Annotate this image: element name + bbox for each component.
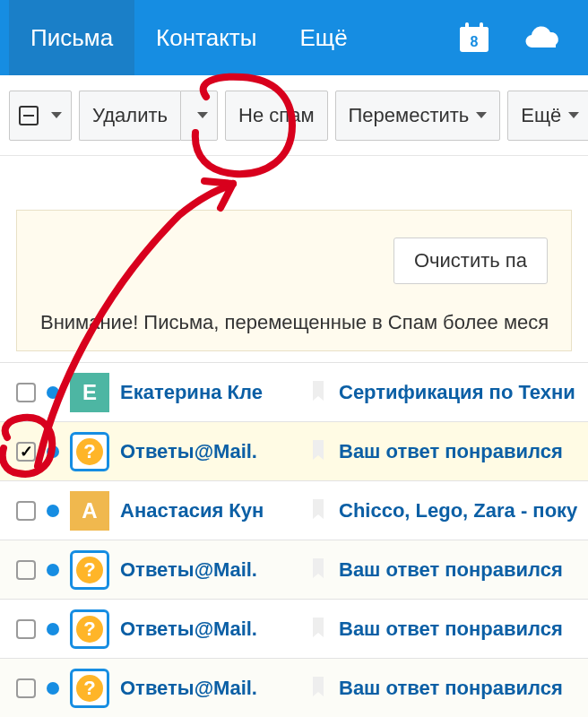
- move-button[interactable]: Переместить: [335, 91, 501, 141]
- row-checkbox[interactable]: [16, 442, 36, 462]
- calendar-day-text: 8: [471, 34, 479, 49]
- chevron-down-icon: [476, 112, 487, 118]
- row-checkbox[interactable]: [16, 678, 36, 698]
- flag-icon: [312, 618, 324, 641]
- message-subject: Ваш ответ понравился: [339, 677, 563, 700]
- row-checkbox[interactable]: [16, 383, 36, 402]
- avatar: Е: [70, 373, 109, 412]
- message-subject: Сертификация по Техни: [339, 381, 575, 404]
- chevron-down-icon: [568, 112, 579, 118]
- notice-text: Внимание! Письма, перемещенные в Спам бо…: [40, 302, 548, 334]
- delete-button-group: Удалить: [79, 91, 218, 141]
- message-row[interactable]: ? Ответы@Mail. Ваш ответ понравился: [0, 659, 588, 717]
- unread-dot-icon: [47, 445, 59, 458]
- question-icon: ?: [76, 675, 103, 702]
- avatar: ?: [70, 609, 109, 649]
- calendar-icon[interactable]: 8: [452, 15, 497, 60]
- nav-item-mail[interactable]: Письма: [9, 0, 134, 75]
- toolbar-more-button[interactable]: Ещё: [507, 91, 588, 141]
- message-subject: Chicco, Lego, Zara - поку: [339, 499, 577, 523]
- spam-notice: Очистить па Внимание! Письма, перемещенн…: [16, 210, 572, 351]
- avatar: ?: [70, 669, 109, 708]
- message-subject: Ваш ответ понравился: [339, 618, 563, 641]
- avatar: ?: [70, 550, 109, 590]
- sender-name: Ответы@Mail.: [120, 558, 303, 582]
- nav-item-more[interactable]: Ещё: [278, 0, 368, 75]
- avatar: А: [70, 491, 109, 531]
- flag-icon: [312, 558, 324, 582]
- sender-name: Ответы@Mail.: [120, 677, 303, 700]
- avatar: ?: [70, 432, 109, 471]
- unread-dot-icon: [47, 682, 59, 695]
- sender-name: Ответы@Mail.: [120, 618, 303, 641]
- move-button-label: Переместить: [349, 104, 470, 127]
- svg-rect-2: [465, 22, 469, 31]
- sender-name: Анастасия Кун: [120, 499, 303, 523]
- minus-box-icon: [19, 106, 39, 125]
- question-icon: ?: [76, 557, 103, 583]
- delete-button[interactable]: Удалить: [79, 91, 180, 141]
- chevron-down-icon: [197, 112, 208, 118]
- row-checkbox[interactable]: [16, 560, 36, 580]
- unread-dot-icon: [47, 505, 59, 517]
- unread-dot-icon: [47, 564, 59, 576]
- flag-icon: [312, 677, 324, 700]
- select-all-button[interactable]: [9, 91, 72, 141]
- unread-dot-icon: [47, 386, 59, 399]
- nav-item-contacts[interactable]: Контакты: [134, 0, 278, 75]
- unread-dot-icon: [47, 623, 59, 635]
- chevron-down-icon: [51, 112, 62, 118]
- row-checkbox[interactable]: [16, 619, 36, 639]
- message-row[interactable]: А Анастасия Кун Chicco, Lego, Zara - пок…: [0, 481, 588, 540]
- top-nav: Письма Контакты Ещё 8: [0, 0, 588, 75]
- message-row[interactable]: Е Екатерина Кле Сертификация по Техни: [0, 363, 588, 422]
- svg-rect-1: [460, 27, 489, 34]
- toolbar: Удалить Не спам Переместить Ещё: [0, 75, 588, 156]
- not-spam-button[interactable]: Не спам: [225, 91, 328, 141]
- flag-icon: [312, 440, 324, 463]
- question-icon: ?: [76, 438, 103, 465]
- message-subject: Ваш ответ понравился: [339, 558, 563, 582]
- message-row[interactable]: ? Ответы@Mail. Ваш ответ понравился: [0, 600, 588, 659]
- message-list: Е Екатерина Кле Сертификация по Техни ? …: [0, 362, 588, 717]
- delete-dropdown-button[interactable]: [180, 91, 218, 141]
- sender-name: Екатерина Кле: [120, 381, 303, 404]
- message-row[interactable]: ? Ответы@Mail. Ваш ответ понравился: [0, 540, 588, 600]
- message-subject: Ваш ответ понравился: [339, 440, 563, 463]
- flag-icon: [312, 499, 324, 523]
- toolbar-more-label: Ещё: [521, 104, 561, 127]
- sender-name: Ответы@Mail.: [120, 440, 303, 463]
- row-checkbox[interactable]: [16, 501, 36, 521]
- flag-icon: [312, 381, 324, 404]
- clear-folder-button[interactable]: Очистить па: [393, 238, 548, 284]
- message-row[interactable]: ? Ответы@Mail. Ваш ответ понравился: [0, 422, 588, 481]
- cloud-icon[interactable]: [522, 15, 566, 60]
- question-icon: ?: [76, 616, 103, 643]
- svg-rect-3: [480, 22, 483, 31]
